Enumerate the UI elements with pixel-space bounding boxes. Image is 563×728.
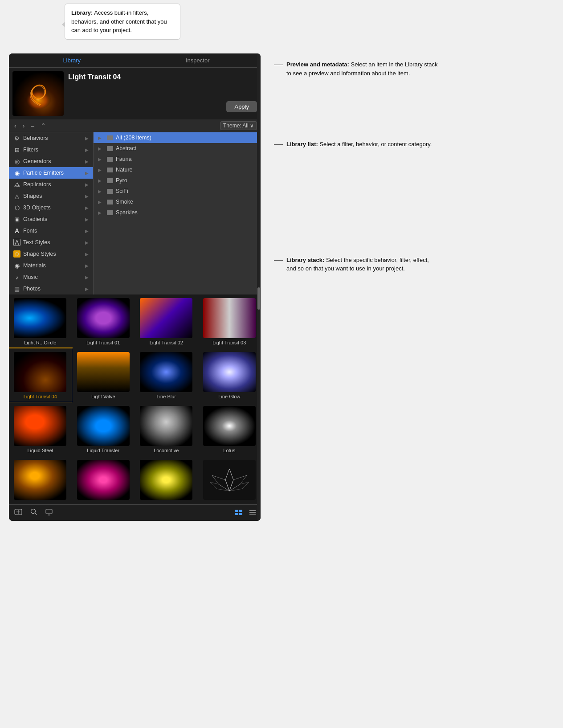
search-icon	[30, 508, 37, 515]
subcat-item-all[interactable]: ▶ All (208 items)	[94, 132, 261, 143]
gradients-arrow: ▶	[85, 217, 89, 222]
shapes-icon: △	[13, 192, 20, 200]
cat-item-generators[interactable]: ◎ Generators ▶	[9, 155, 93, 167]
preview-thumb-inner	[12, 71, 64, 116]
stack-item-light-rcircle[interactable]: Light R...Circle	[9, 294, 72, 348]
stack-item-liquid-transfer[interactable]: Liquid Transfer	[72, 402, 135, 456]
nav-back-button[interactable]: ‹	[12, 121, 18, 130]
svg-rect-8	[239, 510, 242, 512]
preview-info: Light Transit 04 Apply	[68, 71, 257, 116]
filters-arrow: ▶	[85, 147, 89, 152]
grid-view-button[interactable]	[235, 509, 243, 517]
svg-rect-4	[46, 509, 52, 514]
list-view-button[interactable]	[249, 509, 256, 517]
annotation-library-list: Library list: Select a filter, behavior,…	[274, 140, 438, 149]
stack-item-line-blur[interactable]: Line Blur	[135, 348, 198, 402]
nav-sort-button[interactable]: ⌃	[39, 121, 48, 130]
annotations: Preview and metadata: Select an item in …	[274, 53, 438, 273]
subcat-item-nature[interactable]: ▶ Nature	[94, 164, 261, 175]
annotation-bold-library-stack: Library stack:	[286, 257, 324, 263]
stack-thumb-line-blur	[140, 352, 192, 392]
subcat-item-scifi[interactable]: ▶ SciFi	[94, 186, 261, 196]
3d-objects-icon: ⬡	[13, 204, 20, 211]
stack-item-row5-4[interactable]	[198, 456, 261, 504]
cat-item-3d-objects[interactable]: ⬡ 3D Objects ▶	[9, 202, 93, 213]
stack-item-light-valve[interactable]: Light Valve	[72, 348, 135, 402]
cat-item-materials[interactable]: ◉ Materials ▶	[9, 260, 93, 271]
stack-label-locomotive: Locomotive	[154, 448, 179, 453]
cat-label-behaviors: Behaviors	[23, 135, 48, 141]
library-stack: Light R...Circle Light Transit 01 Light …	[9, 294, 261, 504]
nav-dash-button[interactable]: –	[29, 121, 36, 130]
cat-item-behaviors[interactable]: ⚙ Behaviors ▶	[9, 132, 93, 144]
cat-label-materials: Materials	[23, 262, 46, 269]
stack-item-lotus[interactable]: Lotus	[198, 402, 261, 456]
nav-bar: ‹ › – ⌃ Theme: All ∨	[9, 119, 261, 132]
particle-emitters-icon: ◉	[13, 169, 20, 176]
stack-item-transit04[interactable]: Light Transit 04	[9, 348, 72, 402]
search-button[interactable]	[29, 507, 38, 518]
svg-point-2	[31, 509, 36, 514]
tab-library[interactable]: Library	[9, 53, 135, 67]
cat-item-fonts[interactable]: A Fonts ▶	[9, 225, 93, 237]
subcat-item-smoke[interactable]: ▶ Smoke	[94, 196, 261, 207]
cat-label-particle-emitters: Particle Emitters	[23, 170, 64, 176]
stack-item-transit03[interactable]: Light Transit 03	[198, 294, 261, 348]
cat-label-3d-objects: 3D Objects	[23, 204, 51, 211]
music-arrow: ▶	[85, 275, 89, 280]
stack-item-line-glow[interactable]: Line Glow	[198, 348, 261, 402]
subcat-label-all: All (208 items)	[116, 135, 151, 141]
theme-dropdown[interactable]: Theme: All ∨	[220, 121, 257, 130]
nav-forward-button[interactable]: ›	[21, 121, 27, 130]
stack-item-locomotive[interactable]: Locomotive	[135, 402, 198, 456]
add-button[interactable]	[13, 507, 23, 518]
scroll-bar[interactable]	[257, 53, 261, 521]
3d-objects-arrow: ▶	[85, 205, 89, 210]
stack-label-transit04: Light Transit 04	[24, 394, 57, 399]
cat-item-shapes[interactable]: △ Shapes ▶	[9, 190, 93, 202]
replicators-arrow: ▶	[85, 182, 89, 187]
cat-item-photos[interactable]: ▤ Photos ▶	[9, 283, 93, 294]
cat-item-shape-styles[interactable]: ⬡ Shape Styles ▶	[9, 248, 93, 260]
cat-label-generators: Generators	[23, 158, 51, 164]
cat-item-music[interactable]: ♪ Music ▶	[9, 271, 93, 283]
stack-item-row5-2[interactable]	[72, 456, 135, 504]
stack-item-transit01[interactable]: Light Transit 01	[72, 294, 135, 348]
apply-button[interactable]: Apply	[226, 101, 257, 112]
svg-point-0	[25, 87, 52, 109]
stack-label-light-valve: Light Valve	[91, 394, 115, 399]
subcat-item-pyro[interactable]: ▶ Pyro	[94, 175, 261, 186]
cat-item-particle-emitters[interactable]: ◉ Particle Emitters ▶	[9, 167, 93, 179]
cat-label-replicators: Replicators	[23, 181, 51, 188]
scroll-thumb[interactable]	[257, 287, 260, 310]
stack-thumb-transit04	[14, 352, 66, 392]
subcat-label-smoke: Smoke	[116, 199, 133, 205]
stack-thumb-transit02	[140, 298, 192, 338]
subcat-item-abstract[interactable]: ▶ Abstract	[94, 143, 261, 154]
stack-item-liquid-steel[interactable]: Liquid Steel	[9, 402, 72, 456]
subcat-label-abstract: Abstract	[116, 145, 136, 151]
stack-thumb-light-rcircle	[14, 298, 66, 338]
cat-label-text-styles: Text Styles	[23, 239, 50, 245]
cat-item-text-styles[interactable]: A Text Styles ▶	[9, 237, 93, 248]
cat-item-replicators[interactable]: ⁂ Replicators ▶	[9, 179, 93, 190]
library-panel: Library Inspector	[9, 53, 261, 521]
stack-item-row5-3[interactable]	[135, 456, 198, 504]
stack-item-row5-1[interactable]	[9, 456, 72, 504]
svg-line-3	[35, 513, 37, 515]
subcat-item-fauna[interactable]: ▶ Fauna	[94, 154, 261, 164]
preview-toggle-button[interactable]	[45, 507, 53, 518]
svg-rect-9	[235, 513, 238, 515]
stack-item-transit02[interactable]: Light Transit 02	[135, 294, 198, 348]
cat-item-filters[interactable]: ⊞ Filters ▶	[9, 144, 93, 155]
replicators-icon: ⁂	[13, 181, 20, 188]
stack-thumb-row5-3	[140, 460, 192, 500]
subcat-arrow-all: ▶	[98, 135, 102, 140]
tab-inspector[interactable]: Inspector	[135, 53, 261, 67]
row5-4-svg	[203, 460, 256, 500]
stack-thumb-row5-1	[14, 460, 66, 500]
subcat-item-sparkles[interactable]: ▶ Sparkles	[94, 207, 261, 218]
cat-item-gradients[interactable]: ▣ Gradients ▶	[9, 213, 93, 225]
generators-arrow: ▶	[85, 159, 89, 164]
behaviors-arrow: ▶	[85, 136, 89, 141]
